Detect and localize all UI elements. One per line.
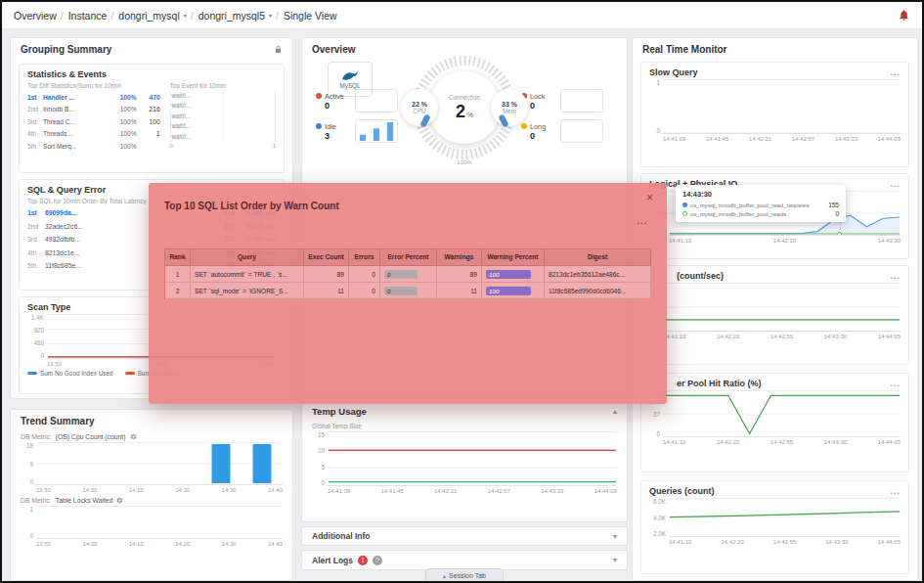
axis-tick: 15 bbox=[318, 431, 325, 438]
mem-percent: 33 % bbox=[502, 101, 517, 108]
breadcrumb-link[interactable]: dongri_mysql5 bbox=[198, 10, 265, 22]
x-axis-labels: 14:41:1014:42:2014:42:5514:43:3014:44:05 bbox=[663, 439, 901, 445]
queries-count-chart[interactable] bbox=[669, 498, 901, 537]
x-axis-labels: 14:41:1014:42:2014:42:5514:43:3014:44:05 bbox=[669, 539, 901, 545]
table-column-header[interactable]: Digest bbox=[545, 249, 651, 266]
count-per-sec-chart[interactable] bbox=[663, 283, 901, 332]
table-column-header[interactable]: Warning Percent bbox=[482, 249, 545, 266]
gear-icon[interactable] bbox=[116, 497, 123, 504]
cell-warning-percent: 100 bbox=[482, 283, 545, 299]
gear-icon[interactable] bbox=[130, 433, 137, 440]
cpu-metric-row: DB Metric: (OS) Cpu Count (count) bbox=[21, 433, 283, 440]
additional-info-bar[interactable]: Additional Info ▾ bbox=[301, 526, 628, 546]
more-icon[interactable]: ... bbox=[890, 273, 901, 279]
axis-tick: 14:41:10 bbox=[669, 238, 691, 244]
alert-logs-bar[interactable]: Alert Logs 1 ? ▾ bbox=[301, 550, 628, 570]
more-icon[interactable]: ... bbox=[637, 218, 647, 224]
diff-stat-row[interactable]: 1st Handler ... 100% 470 bbox=[27, 91, 160, 104]
trend-summary-title: Trend Summary bbox=[21, 416, 95, 426]
breadcrumb-link[interactable]: Instance bbox=[68, 10, 108, 22]
table-column-header[interactable]: Query bbox=[191, 249, 304, 266]
cell-errors: 0 bbox=[349, 283, 380, 299]
more-icon[interactable]: ... bbox=[890, 381, 901, 386]
axis-tick: 14:42:55 bbox=[773, 539, 796, 545]
idle-label: Idle bbox=[325, 122, 336, 131]
axis-tick: 14:41:45 bbox=[381, 488, 404, 494]
temp-subtitle: Global Temp Size bbox=[312, 423, 617, 429]
stats-events-title: Statistics & Events bbox=[27, 69, 276, 79]
more-icon[interactable]: ... bbox=[890, 181, 901, 187]
table-locks-chart[interactable] bbox=[36, 506, 283, 539]
expand-icon[interactable]: ▾ bbox=[613, 556, 617, 564]
diff-stat-row[interactable]: 5th Sort Merg... 100% bbox=[27, 140, 160, 153]
connection-gauge[interactable]: Connection 2% 22 % CPU 33 % Mem 100% bbox=[407, 50, 522, 165]
long-label: Long bbox=[530, 122, 546, 131]
collapse-icon[interactable]: ▴ bbox=[613, 407, 617, 416]
help-icon[interactable]: ? bbox=[373, 556, 382, 565]
breadcrumb-link[interactable]: dongri_mysql bbox=[118, 10, 179, 22]
slow-query-chart[interactable] bbox=[663, 79, 901, 134]
row-value: 216 bbox=[137, 106, 160, 112]
top-event-chart[interactable]: wait/i...wait/i...wait/i...wait/i...wait… bbox=[170, 91, 276, 142]
row-rank: 5th bbox=[27, 262, 45, 269]
axis-tick: 14:43:33 bbox=[835, 136, 858, 142]
caret-down-icon[interactable]: ▾ bbox=[184, 12, 187, 19]
y-axis-labels: 6.0K4.0K2.0K bbox=[649, 498, 669, 537]
axis-tick: 14:41:09 bbox=[663, 136, 685, 142]
temp-usage-title: Temp Usage bbox=[312, 406, 367, 417]
axis-tick: 460 bbox=[33, 339, 44, 346]
idle-value: 3 bbox=[325, 131, 349, 141]
cell-warnings: 89 bbox=[437, 266, 482, 283]
diff-stat-row[interactable]: 4th Threads ... 100% 1 bbox=[27, 128, 160, 141]
axis-tick: 14:41:10 bbox=[669, 539, 691, 545]
table-column-header[interactable]: Rank bbox=[165, 249, 191, 266]
lock-icon[interactable] bbox=[274, 45, 283, 54]
additional-info-title: Additional Info bbox=[312, 531, 371, 541]
dashboard-main: Grouping Summary Statistics & Events Top… bbox=[2, 29, 922, 581]
lock-sparkline[interactable] bbox=[560, 89, 603, 112]
legend-item[interactable]: Sum No Good Index Used bbox=[27, 370, 113, 377]
alert-count-badge: 1 bbox=[358, 556, 368, 565]
session-tab-button[interactable]: ▴ Session Tab bbox=[425, 568, 504, 581]
notification-bell-icon[interactable] bbox=[898, 9, 910, 22]
mysql-dolphin-icon bbox=[341, 70, 359, 81]
cell-exec-count: 89 bbox=[304, 266, 349, 283]
cpu-count-chart[interactable] bbox=[36, 442, 283, 485]
breadcrumb-link[interactable]: Single View bbox=[284, 10, 337, 22]
axis-tick: 2.0K bbox=[653, 530, 666, 537]
active-sparkline[interactable] bbox=[355, 89, 398, 112]
temp-usage-chart[interactable] bbox=[328, 431, 617, 486]
top10-sql-warn-modal: Top 10 SQL List Order by Warn Count × ..… bbox=[149, 183, 667, 404]
table-column-header[interactable]: Errors bbox=[349, 249, 380, 266]
table-column-header[interactable]: Warnings bbox=[437, 249, 482, 266]
more-icon[interactable]: ... bbox=[890, 69, 901, 75]
more-icon[interactable]: ... bbox=[890, 488, 901, 494]
idle-sparkline[interactable] bbox=[355, 119, 398, 143]
row-percent: 100% bbox=[111, 143, 137, 150]
table-row[interactable]: 1 SET `autocommit` = TRUE , `s... 89 0 0… bbox=[165, 266, 651, 283]
breadcrumb-separator: / bbox=[276, 10, 279, 22]
close-icon[interactable]: × bbox=[646, 192, 653, 203]
hit-ratio-chart[interactable] bbox=[663, 390, 901, 437]
cpu-percent: 22 % bbox=[412, 101, 427, 108]
long-sparkline[interactable] bbox=[560, 119, 603, 143]
long-indicator: Long 0 bbox=[521, 119, 603, 143]
caret-down-icon[interactable]: ▾ bbox=[269, 12, 272, 19]
table-row[interactable]: 2 SET `sql_mode` = 'IGNORE_S... 11 0 0 1… bbox=[165, 283, 651, 299]
event-row: wait/i... bbox=[170, 91, 275, 101]
breadcrumb-link[interactable]: Overview bbox=[14, 10, 57, 22]
lock-label: Lock bbox=[530, 92, 545, 101]
error-percent-bar: 0 bbox=[384, 270, 418, 279]
axis-tick: 0 bbox=[29, 478, 33, 485]
cell-rank: 2 bbox=[165, 283, 191, 299]
expand-icon[interactable]: ▾ bbox=[613, 532, 617, 541]
db-metric-label: DB Metric: bbox=[21, 433, 52, 440]
table-column-header[interactable]: Error Percent bbox=[380, 249, 437, 266]
axis-tick: 14:30 bbox=[222, 541, 237, 547]
diff-stat-row[interactable]: 3rd Thread C... 100% 100 bbox=[27, 115, 160, 128]
table-column-header[interactable]: Exec Count bbox=[304, 249, 349, 266]
axis-tick: 14:42:57 bbox=[488, 488, 510, 494]
diff-stat-row[interactable]: 2nd Innodb B... 100% 216 bbox=[27, 104, 160, 116]
axis-tick: 0 bbox=[321, 479, 325, 486]
row-rank: 3rd bbox=[27, 118, 43, 125]
